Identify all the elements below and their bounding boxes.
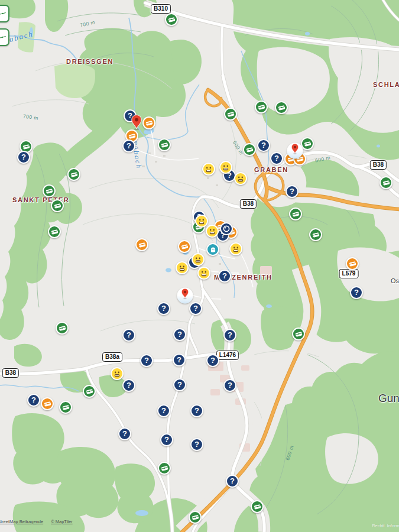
stream-label: abach [8, 29, 34, 44]
cache-marker-mystery[interactable]: ? [226, 475, 239, 488]
cache-marker-mystery[interactable]: ? [173, 353, 186, 366]
cache-marker-mystery[interactable]: ? [190, 438, 203, 451]
place-label-graben: GRABEN [254, 166, 288, 173]
cache-marker-mystery[interactable]: ? [140, 354, 153, 367]
cache-marker-mystery[interactable]: ? [206, 354, 219, 367]
cache-marker-mystery[interactable]: ? [270, 152, 283, 165]
cache-marker-traditional[interactable] [251, 500, 264, 513]
found-cache-smiley-icon[interactable] [206, 225, 219, 238]
cache-marker-traditional[interactable] [289, 207, 302, 220]
cache-marker-traditional[interactable] [56, 322, 69, 335]
cache-marker-traditional[interactable] [165, 13, 178, 26]
found-cache-smiley-icon[interactable] [176, 261, 189, 274]
road-badge-L1476: L1476 [216, 351, 239, 360]
map-pin[interactable] [131, 115, 142, 133]
saved-place-pin[interactable] [287, 143, 303, 159]
found-cache-smiley-icon[interactable] [195, 215, 208, 228]
cache-marker-mystery[interactable]: ? [122, 329, 135, 342]
cache-marker-traditional[interactable] [224, 108, 237, 121]
cache-marker-traditional[interactable] [158, 462, 171, 475]
partial-cache-sign[interactable] [0, 5, 9, 22]
contour-label: 700 m [22, 113, 38, 121]
partial-cache-sign[interactable] [0, 28, 9, 46]
cache-marker-mystery[interactable]: ? [173, 378, 186, 391]
found-cache-smiley-icon[interactable] [202, 163, 215, 176]
cache-marker-mystery[interactable]: ? [118, 427, 131, 440]
cache-marker-virtual[interactable] [206, 243, 219, 256]
cache-marker-traditional[interactable] [243, 143, 256, 156]
cache-marker-mystery[interactable]: ? [218, 270, 231, 283]
found-cache-smiley-icon[interactable] [111, 367, 124, 380]
found-cache-smiley-icon[interactable] [234, 172, 247, 185]
attribution: StreetMap Beitragende© MapTiler [0, 519, 80, 524]
cache-marker-traditional[interactable] [158, 138, 171, 151]
cache-marker-multi[interactable] [135, 238, 148, 251]
found-cache-smiley-icon[interactable] [197, 267, 210, 280]
cache-marker-multi[interactable] [178, 240, 191, 253]
cache-marker-mystery[interactable]: ? [157, 302, 170, 315]
cache-marker-traditional[interactable] [59, 401, 72, 414]
cache-marker-traditional[interactable] [83, 385, 96, 398]
road-badge-B310: B310 [151, 4, 171, 14]
road-badge-B38: B38 [240, 199, 257, 209]
saved-place-pin[interactable] [177, 288, 193, 304]
cache-marker-mystery[interactable]: ? [122, 140, 135, 153]
road-badge-B38a: B38a [102, 352, 122, 362]
cache-marker-traditional[interactable] [309, 228, 322, 241]
cache-marker-mystery[interactable]: ? [223, 329, 236, 342]
place-label-dreissgen: DREISSGEN [66, 58, 113, 65]
map-pin-icon [181, 288, 189, 301]
road-badge-B38: B38 [370, 160, 387, 170]
cache-marker-mystery[interactable]: ? [223, 379, 236, 392]
found-cache-smiley-icon[interactable] [229, 242, 242, 255]
cache-marker-traditional[interactable] [67, 168, 80, 181]
cache-marker-traditional[interactable] [189, 511, 202, 524]
found-cache-smiley-icon[interactable] [219, 161, 232, 174]
cache-marker-traditional[interactable] [255, 100, 268, 113]
contour-label: 600 m [314, 154, 331, 163]
cache-marker-mystery[interactable]: ? [173, 328, 186, 341]
cache-marker-multi[interactable] [346, 257, 359, 270]
map-canvas[interactable]: ??????????????????????????????B310B38B38… [0, 0, 399, 532]
contour-label: 600 m [284, 445, 295, 461]
cache-marker-mystery[interactable]: ? [160, 433, 173, 446]
place-label-schlag: SCHLAG [373, 81, 399, 88]
cache-marker-multi[interactable] [41, 397, 54, 410]
cache-marker-traditional[interactable] [292, 327, 305, 340]
cache-marker-mystery[interactable]: ? [157, 404, 170, 417]
cache-marker-webcam[interactable] [220, 222, 233, 235]
map-pin-icon [291, 143, 299, 157]
found-cache-smiley-icon[interactable] [192, 253, 205, 266]
cache-marker-mystery[interactable]: ? [189, 302, 202, 315]
region-label: Os [391, 277, 399, 284]
cache-marker-traditional[interactable] [51, 199, 64, 212]
attribution-maptiler-link[interactable]: © MapTiler [51, 519, 73, 524]
attribution-osm-link[interactable]: StreetMap Beitragende [0, 519, 43, 524]
cache-marker-traditional[interactable] [48, 225, 61, 238]
attribution-legal: Rechtl. Informa [372, 523, 399, 528]
cache-marker-mystery[interactable]: ? [257, 139, 270, 152]
cache-marker-traditional[interactable] [301, 137, 314, 150]
cache-marker-mystery[interactable]: ? [190, 404, 203, 417]
road-badge-L579: L579 [339, 269, 359, 278]
cache-marker-mystery[interactable]: ? [122, 379, 135, 392]
cache-marker-traditional[interactable] [275, 101, 288, 114]
region-label: Gun [378, 392, 399, 405]
cache-marker-traditional[interactable] [379, 176, 392, 189]
cache-marker-traditional[interactable] [43, 184, 56, 197]
cache-marker-mystery[interactable]: ? [17, 151, 30, 164]
cache-marker-mystery[interactable]: ? [286, 185, 299, 198]
road-badge-B38: B38 [2, 368, 19, 378]
cache-marker-multi[interactable] [142, 116, 155, 129]
cache-marker-mystery[interactable]: ? [27, 394, 40, 407]
contour-label: 700 m [79, 19, 96, 28]
cache-marker-mystery[interactable]: ? [350, 286, 363, 299]
